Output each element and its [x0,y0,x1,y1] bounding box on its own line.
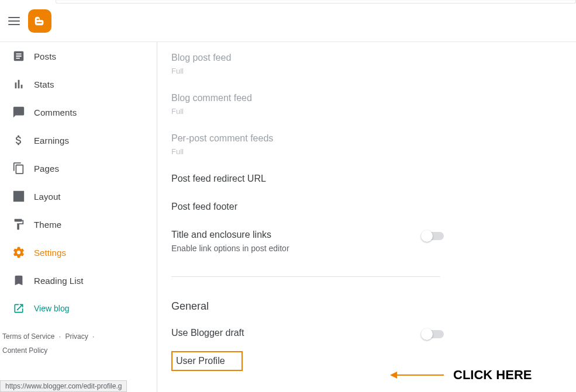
settings-icon [12,245,26,259]
click-here-text: CLICK HERE [453,367,532,383]
stats-icon [12,77,26,91]
setting-label: Blog comment feed [171,93,446,103]
menu-icon[interactable] [7,14,21,28]
footer-links: Terms of Service · Privacy · Content Pol… [0,322,157,358]
setting-blog-comment-feed[interactable]: Blog comment feed Full [171,93,446,116]
toggle-knob [421,230,433,242]
sidebar: Posts Stats Comments Earnings [0,42,157,392]
blogger-logo[interactable] [28,9,51,33]
blogger-draft-toggle[interactable] [423,330,444,338]
sidebar-item-label: Pages [34,164,59,174]
sidebar-item-label: Comments [34,107,77,117]
comments-icon [12,105,26,119]
setting-label: Per-post comment feeds [171,133,446,144]
sidebar-item-label: Posts [34,51,56,61]
view-blog-link[interactable]: View blog [0,294,157,322]
terms-link[interactable]: Terms of Service [2,332,54,341]
setting-post-feed-footer[interactable]: Post feed footer [171,202,446,212]
pages-icon [12,161,26,175]
main-content: Blog post feed Full Blog comment feed Fu… [157,42,576,392]
sidebar-item-label: Settings [34,248,66,258]
setting-per-post-comment-feeds[interactable]: Per-post comment feeds Full [171,133,446,156]
theme-icon [12,217,26,231]
user-profile-highlight-box: User Profile [171,351,243,371]
sidebar-item-theme[interactable]: Theme [0,210,157,238]
reading-list-icon [12,273,26,287]
view-blog-label: View blog [34,304,69,313]
click-here-annotation: CLICK HERE [397,367,532,383]
privacy-link[interactable]: Privacy [65,332,88,341]
general-heading: General [171,300,446,313]
toggle-knob [421,328,433,340]
layout-icon [12,189,26,203]
sidebar-item-earnings[interactable]: Earnings [0,126,157,154]
browser-status-bar: https://www.blogger.com/edit-profile.g [0,380,127,392]
sidebar-item-comments[interactable]: Comments [0,98,157,126]
posts-icon [12,49,26,63]
section-divider [171,276,440,277]
sidebar-item-layout[interactable]: Layout [0,182,157,210]
setting-post-feed-redirect[interactable]: Post feed redirect URL [171,174,446,184]
setting-label: Post feed redirect URL [171,174,446,184]
setting-sub: Enable link options in post editor [171,244,423,253]
user-profile-link[interactable]: User Profile [176,356,225,366]
sidebar-item-label: Earnings [34,136,69,145]
setting-label: Title and enclosure links [171,230,423,240]
arrow-line [397,374,444,376]
earnings-icon [12,133,26,147]
setting-value: Full [171,147,446,156]
sidebar-item-label: Reading List [34,276,84,286]
setting-title-enclosure: Title and enclosure links Enable link op… [171,230,446,253]
sidebar-item-pages[interactable]: Pages [0,154,157,182]
address-bar-edge [56,0,576,4]
setting-use-blogger-draft: Use Blogger draft [171,328,446,342]
setting-value: Full [171,107,446,116]
sidebar-item-stats[interactable]: Stats [0,70,157,98]
sidebar-item-posts[interactable]: Posts [0,42,157,70]
setting-blog-post-feed[interactable]: Blog post feed Full [171,53,446,75]
sidebar-item-reading-list[interactable]: Reading List [0,266,157,294]
setting-label: Blog post feed [171,53,446,63]
open-in-new-icon [12,301,26,315]
sidebar-item-label: Layout [34,192,61,202]
content-policy-link[interactable]: Content Policy [2,346,47,355]
setting-value: Full [171,67,446,75]
arrow-head-icon [390,372,397,379]
title-enclosure-toggle[interactable] [423,232,444,240]
sidebar-item-settings[interactable]: Settings [0,238,157,266]
sidebar-item-label: Theme [34,220,61,230]
setting-label: Use Blogger draft [171,328,423,338]
sidebar-item-label: Stats [34,79,54,89]
top-bar [0,0,576,42]
setting-label: Post feed footer [171,202,446,212]
